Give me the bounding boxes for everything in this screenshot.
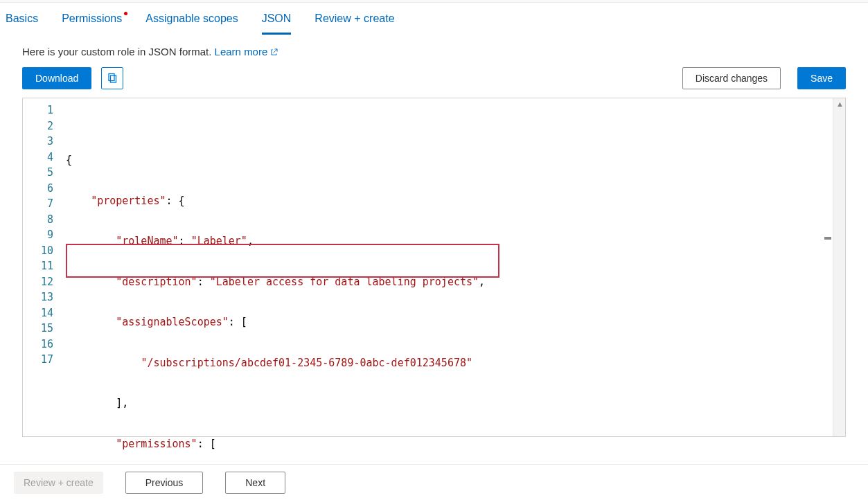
line-number: 2 — [23, 118, 66, 134]
vertical-scrollbar[interactable]: ▲ — [833, 98, 845, 436]
code-token: "description" — [116, 276, 197, 288]
next-button[interactable]: Next — [225, 472, 285, 494]
line-number: 14 — [23, 305, 66, 321]
line-number: 4 — [23, 150, 66, 166]
code-token: "roleName" — [116, 235, 178, 247]
line-number: 9 — [23, 227, 66, 243]
description-text: Here is your custom role in JSON format. — [22, 46, 215, 57]
discard-changes-button[interactable]: Discard changes — [682, 67, 781, 89]
footer-bar: Review + create Previous Next — [0, 464, 868, 500]
learn-more-link[interactable]: Learn more — [215, 46, 278, 57]
tab-json[interactable]: JSON — [262, 12, 292, 35]
line-number: 6 — [23, 181, 66, 197]
line-number: 16 — [23, 337, 66, 352]
tab-permissions[interactable]: Permissions — [62, 12, 122, 35]
unsaved-dot-icon — [124, 12, 127, 15]
download-button[interactable]: Download — [22, 67, 91, 89]
tab-label: Permissions — [62, 12, 122, 24]
line-number: 13 — [23, 289, 66, 305]
external-link-icon — [270, 48, 278, 56]
line-number: 11 — [23, 258, 66, 274]
line-number: 3 — [23, 134, 66, 150]
scroll-up-arrow-icon[interactable]: ▲ — [836, 100, 844, 108]
line-number: 15 — [23, 321, 66, 337]
save-button[interactable]: Save — [797, 67, 846, 89]
code-token: "properties" — [91, 195, 166, 207]
tab-basics[interactable]: Basics — [6, 12, 38, 35]
line-number: 7 — [23, 196, 66, 212]
line-number: 17 — [23, 352, 66, 368]
tab-assignable-scopes[interactable]: Assignable scopes — [145, 12, 238, 35]
code-token: "Labeler access for data labeling projec… — [210, 276, 479, 288]
tab-review-create[interactable]: Review + create — [315, 12, 394, 35]
copy-button[interactable] — [101, 67, 123, 89]
previous-button[interactable]: Previous — [125, 472, 203, 494]
line-number: 8 — [23, 212, 66, 228]
line-gutter: 1 2 3 4 5 6 7 8 9 10 11 12 13 14 15 16 1… — [23, 98, 66, 436]
svg-rect-0 — [109, 74, 114, 81]
line-number: 10 — [23, 243, 66, 259]
line-number: 5 — [23, 165, 66, 181]
code-token: "Labeler" — [191, 235, 247, 247]
line-number: 1 — [23, 102, 66, 118]
copy-icon — [107, 73, 118, 84]
tab-bar: Basics Permissions Assignable scopes JSO… — [0, 3, 868, 35]
svg-rect-1 — [111, 75, 116, 82]
code-token: "permissions" — [116, 438, 197, 450]
toolbar: Download Discard changes Save — [0, 67, 868, 98]
description-row: Here is your custom role in JSON format.… — [0, 35, 868, 67]
json-editor[interactable]: 1 2 3 4 5 6 7 8 9 10 11 12 13 14 15 16 1… — [22, 98, 846, 437]
learn-more-label: Learn more — [215, 46, 268, 57]
code-token: "assignableScopes" — [116, 316, 229, 328]
code-area[interactable]: { "properties": { "roleName": "Labeler",… — [66, 98, 845, 436]
review-create-button: Review + create — [14, 472, 103, 494]
line-number: 12 — [23, 274, 66, 290]
overview-ruler-mark — [824, 237, 831, 240]
code-token: "/subscriptions/abcdef01-2345-6789-0abc-… — [141, 357, 472, 369]
